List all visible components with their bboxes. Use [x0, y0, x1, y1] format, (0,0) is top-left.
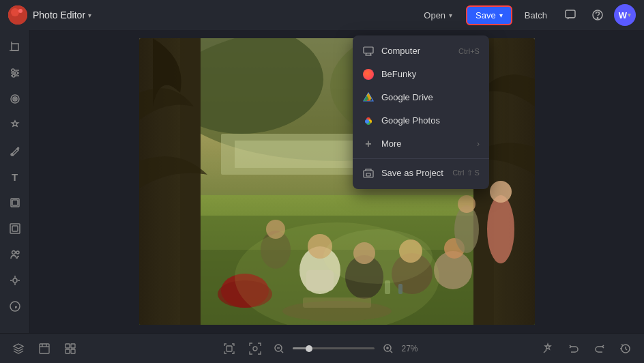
- open-chevron: ▾: [449, 12, 452, 19]
- save-project-icon: [362, 167, 375, 179]
- tool-adjustments[interactable]: [3, 61, 27, 85]
- batch-label: Batch: [525, 10, 547, 20]
- zoom-controls: 27%: [219, 338, 426, 359]
- save-project-label: Save as Project: [381, 168, 445, 178]
- text-tool-label: T: [12, 171, 18, 183]
- svg-line-96: [390, 351, 392, 353]
- bottom-left-tools: [8, 338, 80, 359]
- tool-sticker[interactable]: [3, 295, 27, 318]
- redo-button[interactable]: [589, 338, 610, 359]
- svg-rect-87: [71, 349, 75, 353]
- tool-frames[interactable]: [3, 217, 27, 240]
- save-button[interactable]: Save ▾: [466, 5, 512, 25]
- bottom-bar: 27%: [0, 333, 644, 363]
- svg-point-27: [15, 72, 18, 74]
- svg-line-92: [281, 351, 283, 353]
- befunky-icon: [362, 68, 375, 81]
- svg-rect-85: [71, 344, 75, 348]
- zoom-out-button[interactable]: [271, 340, 287, 357]
- svg-rect-86: [65, 349, 70, 353]
- fit-to-screen-button[interactable]: [219, 338, 239, 359]
- svg-rect-3: [364, 47, 373, 53]
- svg-rect-36: [12, 226, 18, 231]
- svg-rect-20: [12, 44, 18, 50]
- tool-crop[interactable]: [3, 35, 27, 59]
- bottom-right-tools: [538, 338, 636, 359]
- help-button[interactable]: [587, 4, 609, 26]
- svg-rect-88: [226, 346, 232, 351]
- svg-rect-17: [566, 10, 575, 18]
- app-title-chevron: ▾: [88, 12, 91, 19]
- user-avatar[interactable]: W ▾: [614, 4, 636, 26]
- zoom-in-button[interactable]: [380, 340, 396, 357]
- dropdown-divider: [353, 158, 489, 159]
- save-to-google-drive[interactable]: Google Drive: [353, 86, 489, 109]
- open-button[interactable]: Open ▾: [415, 7, 460, 24]
- app-title: Photo Editor: [33, 10, 85, 20]
- tool-overlays[interactable]: [3, 191, 27, 214]
- tool-effects[interactable]: [3, 87, 27, 111]
- google-photos-label: Google Photos: [381, 115, 480, 126]
- svg-point-26: [12, 69, 14, 72]
- header: Photo Editor ▾ Open ▾ Save ▾: [0, 0, 644, 30]
- tool-people[interactable]: [3, 243, 27, 266]
- more-icon: +: [362, 138, 375, 150]
- canvas-area: [30, 30, 644, 333]
- google-drive-icon: [362, 91, 375, 104]
- main-content: T: [0, 30, 644, 333]
- app-logo[interactable]: [8, 5, 27, 25]
- svg-point-31: [14, 98, 16, 100]
- grid-button[interactable]: [60, 338, 80, 359]
- tool-touch-up[interactable]: [3, 113, 27, 136]
- zoom-percent: 27%: [402, 344, 426, 353]
- svg-point-2: [18, 9, 23, 13]
- avatar-letter: W: [619, 10, 627, 20]
- save-label: Save: [475, 10, 496, 20]
- svg-rect-84: [65, 344, 70, 348]
- save-chevron: ▾: [499, 12, 503, 19]
- svg-point-89: [253, 347, 257, 351]
- save-as-project[interactable]: Save as Project Ctrl ⇧ S: [353, 162, 489, 185]
- tool-graphics[interactable]: [3, 269, 27, 292]
- svg-point-1: [11, 8, 19, 16]
- svg-rect-83: [40, 344, 49, 353]
- svg-point-38: [16, 251, 19, 254]
- comment-button[interactable]: [559, 4, 581, 26]
- batch-button[interactable]: Batch: [518, 7, 554, 24]
- google-photos-icon: [362, 115, 375, 127]
- zoom-slider-thumb: [306, 345, 312, 352]
- zoom-slider[interactable]: [293, 347, 375, 349]
- left-toolbar: T: [0, 30, 30, 333]
- tool-paint[interactable]: [3, 139, 27, 162]
- svg-point-28: [12, 74, 15, 77]
- computer-shortcut: Ctrl+S: [458, 47, 480, 55]
- export-button[interactable]: [34, 338, 55, 359]
- history-button[interactable]: [615, 338, 636, 359]
- actual-size-button[interactable]: [245, 338, 265, 359]
- google-drive-label: Google Drive: [381, 92, 480, 102]
- save-to-computer[interactable]: Computer Ctrl+S: [353, 40, 489, 63]
- more-arrow: ›: [477, 139, 480, 149]
- save-more[interactable]: + More ›: [353, 132, 489, 156]
- befunky-label: BeFunky: [381, 69, 480, 79]
- tool-text[interactable]: T: [3, 165, 27, 188]
- svg-point-19: [597, 18, 598, 19]
- svg-point-37: [12, 251, 15, 255]
- save-to-befunky[interactable]: BeFunky: [353, 63, 489, 86]
- svg-point-39: [13, 278, 17, 282]
- more-label: More: [381, 139, 470, 149]
- undo-button[interactable]: [564, 338, 584, 359]
- magic-button[interactable]: [538, 338, 558, 359]
- avatar-chevron: ▾: [628, 12, 631, 18]
- save-project-shortcut: Ctrl ⇧ S: [452, 169, 480, 177]
- open-label: Open: [424, 10, 445, 20]
- app-title-group[interactable]: Photo Editor ▾: [33, 10, 91, 20]
- save-dropdown-wrapper: Save ▾ Computer Ctrl+S: [466, 5, 512, 25]
- svg-rect-16: [366, 173, 370, 176]
- svg-point-14: [365, 119, 369, 124]
- layers-button[interactable]: [8, 338, 29, 359]
- svg-rect-35: [10, 224, 20, 233]
- save-dropdown-menu: Computer Ctrl+S BeFunky: [353, 35, 489, 189]
- save-to-google-photos[interactable]: Google Photos: [353, 109, 489, 132]
- svg-line-97: [544, 350, 546, 353]
